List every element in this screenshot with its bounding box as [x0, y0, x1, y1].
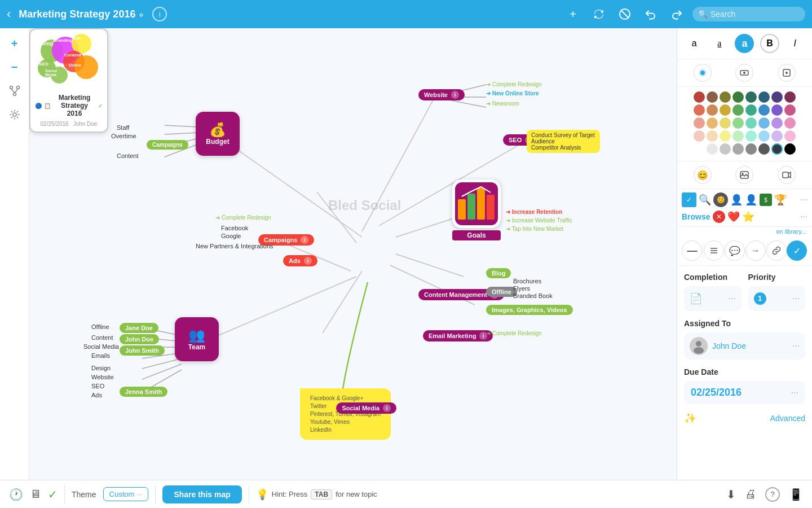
delete-sticker-button[interactable]: ✕	[713, 211, 725, 223]
color-swatch[interactable]	[694, 130, 705, 142]
sticker-face-button[interactable]: 😊	[713, 192, 728, 207]
star-sticker-button[interactable]: ⭐	[742, 211, 754, 223]
heart-sticker-button[interactable]: ❤️	[727, 211, 740, 223]
undo-button[interactable]	[641, 4, 661, 24]
color-swatch[interactable]	[720, 143, 731, 155]
color-swatch[interactable]	[707, 91, 718, 103]
priority-dots[interactable]: ···	[792, 294, 800, 304]
color-swatch[interactable]	[732, 143, 744, 155]
color-swatch[interactable]	[771, 104, 783, 116]
info-button[interactable]: i	[152, 7, 167, 21]
color-swatch[interactable]	[694, 143, 705, 155]
color-swatch[interactable]	[771, 91, 783, 103]
font-italic-button[interactable]: I	[785, 34, 805, 53]
sticker-zoom-button[interactable]: 🔍	[699, 194, 711, 206]
completion-card[interactable]: 📄 ···	[684, 286, 742, 311]
due-date-card[interactable]: 02/25/2016 ···	[684, 381, 805, 404]
color-swatch[interactable]	[784, 143, 796, 155]
color-swatch[interactable]	[784, 130, 796, 142]
color-swatch[interactable]	[732, 117, 744, 129]
title-chevron-icon[interactable]: ⬦	[139, 10, 143, 19]
offline-tag-content[interactable]: Offline	[486, 287, 517, 297]
print-icon[interactable]: 🖨	[745, 488, 756, 501]
website-tag[interactable]: Website i	[418, 89, 465, 100]
email-marketing-tag[interactable]: Email Marketing i	[423, 330, 493, 341]
image-button[interactable]	[735, 166, 753, 184]
color-swatch[interactable]	[707, 104, 718, 116]
color-swatch[interactable]	[732, 104, 744, 116]
color-swatch[interactable]	[784, 91, 796, 103]
color-swatch[interactable]	[745, 130, 757, 142]
social-media-node[interactable]: Facebook & Google+ Twitter Pinterest, Tu…	[300, 388, 391, 440]
custom-theme-button[interactable]: Custom ···	[103, 487, 149, 501]
check-icon[interactable]: ✓	[48, 488, 58, 501]
sticker-user-button[interactable]: 👤	[730, 194, 743, 206]
color-swatch[interactable]	[758, 143, 770, 155]
color-swatch[interactable]	[745, 104, 757, 116]
color-swatch[interactable]	[694, 117, 705, 129]
due-date-dots[interactable]: ···	[791, 388, 798, 398]
sticker-dollar-button[interactable]: $	[760, 194, 772, 206]
redo-button[interactable]	[667, 4, 687, 24]
social-media-tag[interactable]: Social Media i	[336, 402, 396, 414]
color-swatch[interactable]	[707, 117, 718, 129]
history-icon[interactable]: 🕐	[9, 488, 23, 501]
color-swatch[interactable]	[707, 143, 718, 155]
color-swatch[interactable]	[784, 104, 796, 116]
library-link[interactable]: on library...	[677, 227, 812, 236]
color-swatch[interactable]	[758, 117, 770, 129]
font-serif-button[interactable]: a	[710, 34, 729, 53]
stickers-more-button[interactable]: ···	[800, 195, 807, 205]
color-swatch[interactable]	[771, 143, 783, 155]
search-input[interactable]	[692, 7, 805, 21]
completion-dots[interactable]: ···	[728, 294, 735, 304]
settings-button[interactable]	[5, 105, 24, 124]
video-button[interactable]	[778, 166, 796, 184]
stickers-more2-button[interactable]: ···	[800, 212, 807, 222]
confirm-button[interactable]: ✓	[787, 240, 807, 261]
color-swatch[interactable]	[694, 104, 705, 116]
color-swatch[interactable]	[720, 117, 731, 129]
node-style-3-button[interactable]	[778, 64, 796, 82]
sync-button[interactable]	[589, 4, 609, 24]
color-swatch[interactable]	[758, 91, 770, 103]
images-tag[interactable]: Images, Graphics, Videos	[486, 305, 573, 315]
sticker-trophy-button[interactable]: 🏆	[774, 194, 787, 206]
connect-button[interactable]	[5, 81, 24, 100]
jane-doe-tag[interactable]: Jane Doe	[120, 323, 158, 333]
john-smith-tag[interactable]: John Smith	[120, 345, 165, 356]
assignee-dots[interactable]: ···	[792, 341, 800, 351]
color-swatch[interactable]	[745, 91, 757, 103]
link-button[interactable]	[766, 240, 787, 261]
color-swatch[interactable]	[720, 130, 731, 142]
color-swatch[interactable]	[720, 104, 731, 116]
font-bold-button[interactable]: B	[760, 34, 779, 53]
font-normal-button[interactable]: a	[685, 34, 704, 53]
font-active-button[interactable]: a	[735, 34, 754, 53]
color-swatch[interactable]	[745, 117, 757, 129]
priority-card[interactable]: 1 ···	[748, 286, 806, 311]
share-map-button[interactable]: Share this map	[162, 485, 241, 503]
color-swatch[interactable]	[720, 91, 731, 103]
color-swatch[interactable]	[707, 130, 718, 142]
zoom-out-button[interactable]: −	[5, 58, 24, 77]
advanced-link[interactable]: Advanced	[770, 414, 805, 423]
restrict-button[interactable]	[615, 4, 635, 24]
sticker-user2-button[interactable]: 👤	[745, 194, 757, 206]
jenna-smith-tag[interactable]: Jenna Smith	[120, 387, 167, 397]
node-style-2-button[interactable]	[735, 64, 753, 82]
mobile-icon[interactable]: 📱	[789, 488, 803, 501]
john-doe-tag[interactable]: John Doe	[120, 334, 159, 344]
color-swatch[interactable]	[758, 130, 770, 142]
help-icon[interactable]: ?	[765, 487, 780, 502]
color-swatch[interactable]	[694, 91, 705, 103]
node-style-1-button[interactable]	[694, 64, 712, 82]
zoom-in-button[interactable]: +	[5, 34, 24, 53]
divider-button[interactable]: —	[682, 240, 702, 261]
color-swatch[interactable]	[745, 143, 757, 155]
team-node[interactable]: 👥 Team	[175, 317, 219, 361]
add-button[interactable]: +	[563, 4, 583, 24]
budget-node[interactable]: 💰 Budget	[196, 112, 240, 156]
goals-node[interactable]: Goals	[452, 179, 501, 240]
campaigns-tag-budget[interactable]: Campaigns	[147, 140, 188, 150]
